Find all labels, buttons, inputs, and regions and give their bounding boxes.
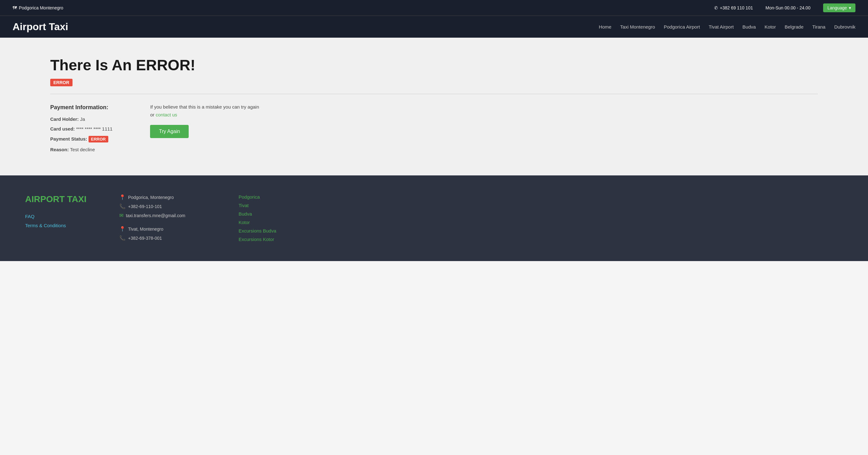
footer-link-faq[interactable]: FAQ [25, 214, 94, 219]
topbar-location: 🗺 Podgorica Montenegro [12, 5, 63, 10]
payment-status-badge: ERROR [89, 136, 108, 142]
footer-dest-tivat[interactable]: Tivat [239, 203, 301, 208]
contact-us-link[interactable]: contact us [156, 112, 177, 117]
chevron-down-icon: ▾ [849, 5, 851, 10]
nav-item-podgorica-airport[interactable]: Podgorica Airport [664, 24, 700, 30]
divider [50, 94, 818, 94]
nav-item-tivat-airport[interactable]: Tivat Airport [709, 24, 734, 30]
location-icon-tivat: 📍 [119, 226, 126, 232]
footer-link-terms[interactable]: Terms & Conditions [25, 223, 94, 228]
topbar: 🗺 Podgorica Montenegro ✆ +382 69 110 101… [0, 0, 868, 16]
payment-info-label: Payment Information: [50, 104, 113, 111]
podgorica-location: Podgorica, Montenegro [128, 195, 174, 200]
podgorica-phone: +382-69-110-101 [128, 204, 162, 209]
footer-dest-budva[interactable]: Budva [239, 211, 301, 217]
footer-dest-excursions-budva[interactable]: Excursions Budva [239, 228, 301, 233]
footer-dest-excursions-kotor[interactable]: Excursions Kotor [239, 237, 301, 242]
payment-status: Payment Status: ERROR [50, 136, 113, 142]
message-line1: If you believe that this is a mistake yo… [150, 104, 259, 109]
nav-item-dubrovnik[interactable]: Dubrovnik [834, 24, 856, 30]
reason: Reason: Test decline [50, 147, 113, 152]
footer-col-brand: AIRPORT TAXI FAQ Terms & Conditions [25, 194, 94, 249]
nav-item-budva[interactable]: Budva [742, 24, 756, 30]
nav-item-home[interactable]: Home [599, 24, 612, 30]
topbar-right: ✆ +382 69 110 101 Mon-Sun 00.00 - 24.00 … [714, 3, 856, 12]
nav-menu: Home Taxi Montenegro Podgorica Airport T… [599, 24, 856, 30]
payment-message: If you believe that this is a mistake yo… [150, 104, 259, 138]
footer: AIRPORT TAXI FAQ Terms & Conditions 📍 Po… [0, 175, 868, 261]
error-title: There Is An ERROR! [50, 57, 818, 74]
payment-info: Payment Information: Card Holder: Ja Car… [50, 104, 113, 157]
card-holder: Card Holder: Ja [50, 117, 113, 122]
footer-col-destinations: Podgorica Tivat Budva Kotor Excursions B… [239, 194, 301, 249]
map-icon: 🗺 [12, 5, 17, 10]
payment-section: Payment Information: Card Holder: Ja Car… [50, 104, 818, 157]
topbar-phone: ✆ +382 69 110 101 [714, 5, 753, 10]
main-content: There Is An ERROR! ERROR Payment Informa… [0, 38, 868, 175]
location-icon: 📍 [119, 194, 126, 200]
phone-text: +382 69 110 101 [720, 5, 753, 10]
error-badge: ERROR [50, 79, 72, 86]
footer-contact-tivat: 📍 Tivat, Montenegro 📞 +382-69-378-001 [119, 226, 214, 241]
phone-icon: ✆ [714, 5, 718, 10]
navbar-brand: Airport Taxi [12, 21, 68, 33]
footer-col-contact: 📍 Podgorica, Montenegro 📞 +382-69-110-10… [119, 194, 214, 249]
location-text: Podgorica Montenegro [19, 5, 63, 10]
nav-item-belgrade[interactable]: Belgrade [784, 24, 803, 30]
language-button[interactable]: Language ▾ [823, 3, 856, 12]
navbar: Airport Taxi Home Taxi Montenegro Podgor… [0, 16, 868, 38]
topbar-hours: Mon-Sun 00.00 - 24.00 [765, 5, 810, 10]
footer-dest-kotor[interactable]: Kotor [239, 220, 301, 225]
phone-icon: 📞 [119, 203, 126, 209]
phone-icon-tivat: 📞 [119, 235, 126, 241]
card-used: Card used: **** **** **** 1111 [50, 126, 113, 131]
email-icon: ✉ [119, 213, 123, 218]
try-again-button[interactable]: Try Again [150, 125, 189, 138]
nav-item-tirana[interactable]: Tirana [812, 24, 826, 30]
nav-item-kotor[interactable]: Kotor [765, 24, 776, 30]
nav-item-taxi-montenegro[interactable]: Taxi Montenegro [620, 24, 655, 30]
message-line2: or contact us [150, 112, 259, 117]
footer-contact-podgorica: 📍 Podgorica, Montenegro 📞 +382-69-110-10… [119, 194, 214, 218]
footer-brand: AIRPORT TAXI [25, 194, 94, 204]
tivat-phone: +382-69-378-001 [128, 236, 162, 241]
footer-dest-podgorica[interactable]: Podgorica [239, 194, 301, 200]
podgorica-email: taxi.transfers.mne@gmail.com [126, 213, 185, 218]
tivat-location: Tivat, Montenegro [128, 227, 163, 232]
